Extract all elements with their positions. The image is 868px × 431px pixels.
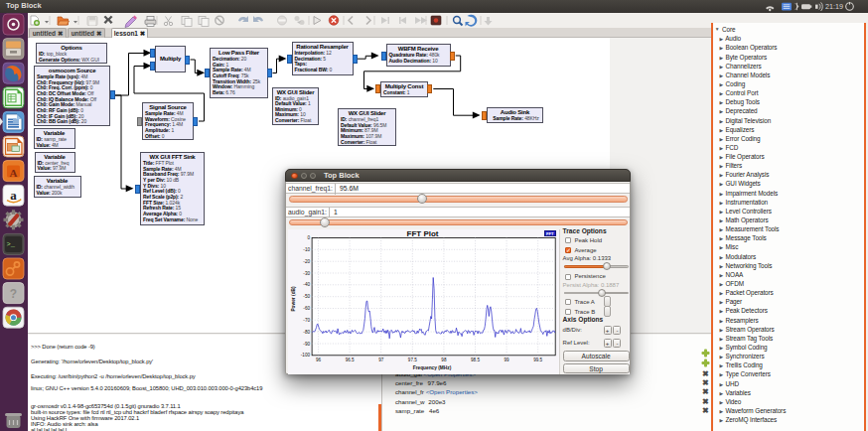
svg-text:98.5: 98.5 bbox=[471, 358, 480, 362]
svg-text:>_: >_ bbox=[7, 240, 16, 248]
svg-text:-100: -100 bbox=[301, 353, 311, 358]
svg-text:Power (dB): Power (dB) bbox=[291, 286, 296, 312]
svg-text:0: 0 bbox=[307, 235, 310, 240]
svg-text:-10: -10 bbox=[303, 247, 310, 252]
svg-text:99.5: 99.5 bbox=[533, 358, 542, 362]
svg-text:99: 99 bbox=[505, 358, 510, 362]
svg-text:96.5: 96.5 bbox=[346, 358, 355, 362]
svg-text:97: 97 bbox=[378, 358, 384, 362]
svg-text:A: A bbox=[10, 167, 18, 179]
svg-text:-90: -90 bbox=[303, 342, 310, 347]
svg-text:?: ? bbox=[10, 287, 17, 301]
svg-text:98: 98 bbox=[441, 358, 447, 362]
svg-text:-40: -40 bbox=[303, 282, 310, 287]
svg-text:Frequency (MHz): Frequency (MHz) bbox=[413, 365, 452, 370]
svg-text:-80: -80 bbox=[303, 330, 310, 335]
svg-text:96: 96 bbox=[316, 358, 322, 362]
svg-text:-60: -60 bbox=[303, 306, 310, 311]
svg-text:-20: -20 bbox=[303, 259, 310, 264]
svg-text:-30: -30 bbox=[303, 271, 310, 276]
svg-text:-50: -50 bbox=[303, 294, 310, 299]
svg-text:97.5: 97.5 bbox=[408, 358, 417, 362]
svg-text:-70: -70 bbox=[303, 318, 310, 323]
svg-text:21:19: 21:19 bbox=[825, 2, 843, 11]
svg-text:a: a bbox=[10, 188, 17, 203]
